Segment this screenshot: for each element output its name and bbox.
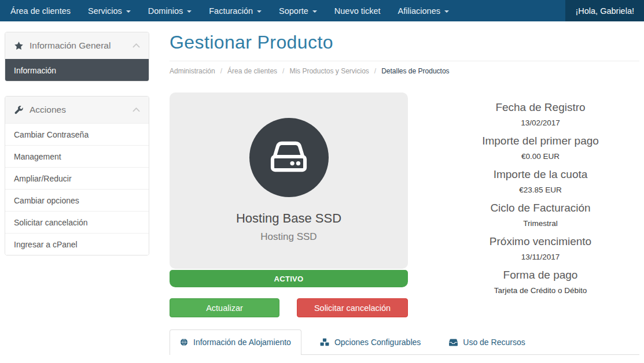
breadcrumb-item-area-de-clientes[interactable]: Área de clientes	[227, 67, 277, 75]
panel-title: Información General	[30, 40, 111, 51]
tab-label: Uso de Recursos	[463, 338, 525, 347]
nav-item-label: Afiliaciones	[398, 6, 440, 16]
sidebar: Información General Información Acciones…	[5, 32, 149, 270]
tab-opciones-configurables[interactable]: Opciones Configurables	[310, 330, 430, 354]
breadcrumb-separator: /	[220, 67, 222, 75]
breadcrumb-item-detalles: Detalles de Productos	[381, 67, 449, 75]
star-icon	[14, 42, 23, 50]
sidebar-item-management[interactable]: Management	[5, 145, 149, 167]
breadcrumb-item-administracion[interactable]: Administración	[170, 67, 215, 75]
detail-value-cuota: €23.85 EUR	[441, 186, 639, 195]
panel-title: Acciones	[30, 105, 66, 115]
nav-item-label: Soporte	[279, 6, 308, 16]
sidebar-item-solicitar-cancelacion[interactable]: Solicitar cancelación	[5, 211, 149, 233]
sidebar-item-label: Cambiar opciones	[14, 196, 79, 205]
caret-down-icon	[257, 10, 262, 13]
caret-down-icon	[126, 10, 131, 13]
tab-bar: Información de Alojamiento Opciones Conf…	[170, 329, 639, 355]
detail-label-forma-pago: Forma de pago	[441, 269, 639, 281]
product-details: Fecha de Registro 13/02/2017 Importe del…	[441, 94, 639, 295]
panel-informacion-general-header[interactable]: Información General	[5, 32, 149, 59]
product-group: Hosting SSD	[260, 231, 317, 243]
product-card-body: Hosting Base SSD Hosting SSD	[170, 92, 408, 269]
detail-value-forma-pago: Tarjeta de Crédito o Débito	[441, 286, 639, 295]
caret-down-icon	[187, 10, 192, 13]
nav-item-label: Servicios	[88, 6, 122, 16]
tab-uso-de-recursos[interactable]: Uso de Recursos	[439, 330, 535, 354]
request-cancellation-button[interactable]: Solicitar cancelación	[297, 298, 408, 317]
breadcrumb: Administración / Área de clientes / Mis …	[170, 67, 639, 75]
title-divider	[170, 61, 639, 61]
cubes-icon	[320, 338, 329, 346]
caret-down-icon	[444, 10, 449, 13]
sidebar-item-cambiar-opciones[interactable]: Cambiar opciones	[5, 189, 149, 211]
breadcrumb-separator: /	[374, 67, 376, 75]
nav-item-nuevo-ticket[interactable]: Nuevo ticket	[326, 0, 389, 21]
detail-label-fecha-registro: Fecha de Registro	[441, 101, 639, 114]
detail-label-ciclo: Ciclo de Facturación	[441, 202, 639, 214]
globe-icon	[180, 338, 188, 346]
product-name: Hosting Base SSD	[236, 211, 341, 226]
sidebar-item-label: Cambiar Contraseña	[14, 130, 89, 139]
sidebar-item-cambiar-contrasena[interactable]: Cambiar Contraseña	[5, 123, 149, 145]
nav-item-label: Facturación	[209, 6, 253, 16]
inbox-icon	[449, 339, 458, 346]
detail-value-ciclo: Trimestral	[441, 219, 639, 228]
main-content: Gestionar Producto Administración / Área…	[170, 32, 639, 363]
sidebar-item-label: Ampliar/Reducir	[14, 174, 72, 183]
nav-item-label: Nuevo ticket	[334, 6, 381, 16]
tab-label: Opciones Configurables	[334, 338, 421, 347]
hdd-icon	[266, 139, 311, 176]
detail-value-vencimiento: 13/11/2017	[441, 253, 639, 262]
nav-item-label: Área de clientes	[10, 6, 71, 16]
product-icon-circle	[249, 118, 329, 197]
wrench-icon	[14, 106, 23, 114]
nav-item-facturacion[interactable]: Facturación	[200, 0, 270, 21]
sidebar-item-label: Ingresar a cPanel	[14, 240, 78, 249]
detail-label-primer-pago: Importe del primer pago	[441, 135, 639, 147]
product-card: Hosting Base SSD Hosting SSD ACTIVO	[170, 92, 408, 287]
nav-item-servicios[interactable]: Servicios	[79, 0, 139, 21]
panel-acciones-header[interactable]: Acciones	[5, 97, 149, 123]
nav-item-label: Dominios	[148, 6, 183, 16]
sidebar-item-label: Información	[14, 66, 56, 75]
panel-acciones: Acciones Cambiar Contraseña Management A…	[5, 96, 149, 255]
nav-item-area-de-clientes[interactable]: Área de clientes	[2, 0, 79, 21]
page-title: Gestionar Producto	[170, 32, 639, 53]
detail-value-primer-pago: €0.00 EUR	[441, 152, 639, 161]
product-tabs: Información de Alojamiento Opciones Conf…	[170, 329, 639, 355]
top-navbar: Área de clientes Servicios Dominios Fact…	[0, 0, 644, 21]
breadcrumb-separator: /	[282, 67, 284, 75]
chevron-up-icon	[133, 43, 140, 48]
status-badge: ACTIVO	[170, 270, 408, 287]
sidebar-item-label: Management	[14, 152, 61, 161]
caret-down-icon	[312, 10, 317, 13]
sidebar-item-label: Solicitar cancelación	[14, 218, 88, 227]
nav-item-dominios[interactable]: Dominios	[139, 0, 200, 21]
nav-item-soporte[interactable]: Soporte	[270, 0, 326, 21]
detail-value-fecha-registro: 13/02/2017	[441, 118, 639, 128]
sidebar-item-ampliar-reducir[interactable]: Ampliar/Reducir	[5, 167, 149, 189]
breadcrumb-item-mis-productos[interactable]: Mis Productos y Servicios	[289, 67, 369, 75]
sidebar-item-ingresar-cpanel[interactable]: Ingresar a cPanel	[5, 233, 149, 255]
nav-item-afiliaciones[interactable]: Afiliaciones	[389, 0, 458, 21]
panel-informacion-general: Información General Información	[5, 32, 149, 82]
update-button[interactable]: Actualizar	[170, 298, 279, 317]
detail-label-cuota: Importe de la cuota	[441, 168, 639, 181]
user-greeting[interactable]: ¡Hola, Gabriela!	[565, 0, 644, 21]
detail-label-vencimiento: Próximo vencimiento	[441, 235, 639, 248]
sidebar-item-informacion[interactable]: Información	[5, 59, 149, 81]
tab-label: Información de Alojamiento	[193, 338, 291, 347]
tab-informacion-alojamiento[interactable]: Información de Alojamiento	[170, 329, 301, 355]
chevron-up-icon	[133, 108, 140, 112]
user-greeting-label: ¡Hola, Gabriela!	[575, 6, 634, 16]
